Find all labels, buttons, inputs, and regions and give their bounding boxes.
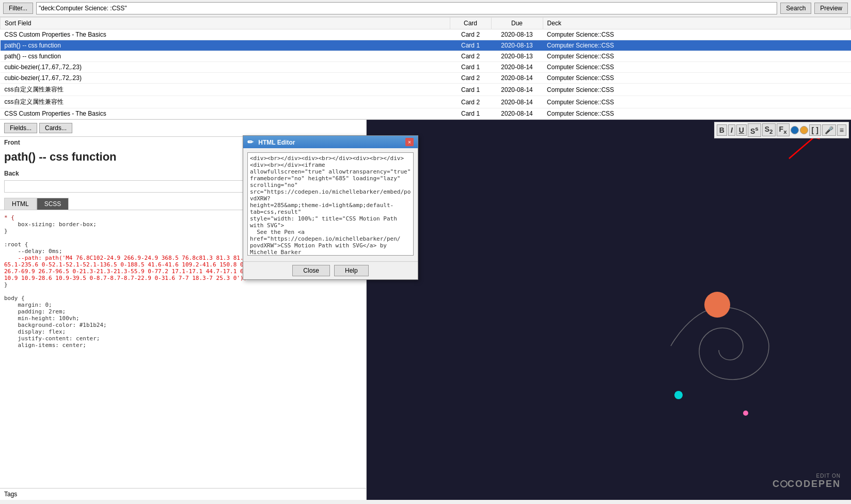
cell-due: 2020-08-14 (491, 62, 543, 73)
card-table-container: Sort Field Card Due Deck CSS Custom Prop… (0, 17, 851, 120)
cell-deck: Computer Science::CSS (543, 51, 850, 62)
cell-card: Card 2 (450, 51, 491, 62)
cell-sort-field: path() -- css function (1, 40, 450, 51)
cell-due: 2020-08-14 (491, 84, 543, 96)
dialog-titlebar: ✏ HTML Editor × (243, 136, 418, 148)
cell-card: Card 1 (450, 108, 491, 119)
dialog-close-btn[interactable]: Close (292, 265, 330, 276)
cell-due: 2020-08-13 (491, 51, 543, 62)
cell-card: Card 1 (450, 40, 491, 51)
cell-deck: Computer Science::CSS (543, 62, 850, 73)
col-deck: Deck (543, 18, 850, 29)
table-row[interactable]: cubic-bezier(.17,.67,.72,.23) Card 2 202… (1, 73, 851, 84)
cell-deck: Computer Science::CSS (543, 84, 850, 96)
cell-card: Card 2 (450, 73, 491, 84)
cell-due: 2020-08-13 (491, 40, 543, 51)
dialog-title-text: HTML Editor (258, 139, 295, 146)
cell-sort-field: CSS Custom Properties - The Basics (1, 108, 450, 119)
cell-deck: Computer Science::CSS (543, 29, 850, 40)
dialog-title-area: ✏ HTML Editor (247, 138, 295, 146)
cell-sort-field: css自定义属性兼容性 (1, 96, 450, 108)
cell-card: Card 1 (450, 62, 491, 73)
cell-deck: Computer Science::CSS (543, 108, 850, 119)
dialog-close-button[interactable]: × (405, 138, 414, 146)
table-row[interactable]: path() -- css function Card 1 2020-08-13… (1, 40, 851, 51)
cell-sort-field: CSS Custom Properties - The Basics (1, 29, 450, 40)
col-sort-field: Sort Field (1, 18, 450, 29)
cell-deck: Computer Science::CSS (543, 73, 850, 84)
dialog-help-btn[interactable]: Help (334, 265, 369, 276)
cell-card: Card 2 (450, 96, 491, 108)
preview-button[interactable]: Preview (814, 3, 848, 14)
table-row[interactable]: CSS Custom Properties - The Basics Card … (1, 108, 851, 119)
cell-due: 2020-08-14 (491, 96, 543, 108)
search-button[interactable]: Search (780, 3, 811, 14)
cell-due: 2020-08-14 (491, 73, 543, 84)
cell-deck: Computer Science::CSS (543, 40, 850, 51)
search-input[interactable] (36, 2, 777, 14)
table-header-row: Sort Field Card Due Deck (1, 18, 851, 29)
dialog-content (243, 148, 418, 261)
cell-deck: Computer Science::CSS (543, 96, 850, 108)
html-editor-textarea[interactable] (247, 152, 414, 256)
cell-due: 2020-08-13 (491, 29, 543, 40)
table-row[interactable]: css自定义属性兼容性 Card 1 2020-08-14 Computer S… (1, 84, 851, 96)
cell-sort-field: css自定义属性兼容性 (1, 84, 450, 96)
cell-sort-field: cubic-bezier(.17,.67,.72,.23) (1, 73, 450, 84)
cell-sort-field: path() -- css function (1, 51, 450, 62)
table-row[interactable]: CSS Custom Properties - The Basics Card … (1, 29, 851, 40)
cell-card: Card 2 (450, 29, 491, 40)
cell-sort-field: cubic-bezier(.17,.67,.72,.23) (1, 62, 450, 73)
table-row[interactable]: cubic-bezier(.17,.67,.72,.23) Card 1 202… (1, 62, 851, 73)
cell-due: 2020-08-14 (491, 108, 543, 119)
dialog-title-icon: ✏ (247, 138, 254, 146)
top-bar: Filter... Search Preview (0, 0, 851, 17)
dialog-overlay: ✏ HTML Editor × Close Help (0, 120, 851, 500)
cell-card: Card 1 (450, 84, 491, 96)
filter-button[interactable]: Filter... (3, 3, 33, 14)
html-editor-dialog: ✏ HTML Editor × Close Help (243, 135, 418, 280)
table-row[interactable]: css自定义属性兼容性 Card 2 2020-08-14 Computer S… (1, 96, 851, 108)
table-row[interactable]: path() -- css function Card 2 2020-08-13… (1, 51, 851, 62)
main-area: Fields... Cards... Front path() -- css f… (0, 120, 851, 500)
col-card: Card (450, 18, 491, 29)
col-due: Due (491, 18, 543, 29)
card-table: Sort Field Card Due Deck CSS Custom Prop… (0, 17, 851, 119)
dialog-footer: Close Help (243, 261, 418, 279)
